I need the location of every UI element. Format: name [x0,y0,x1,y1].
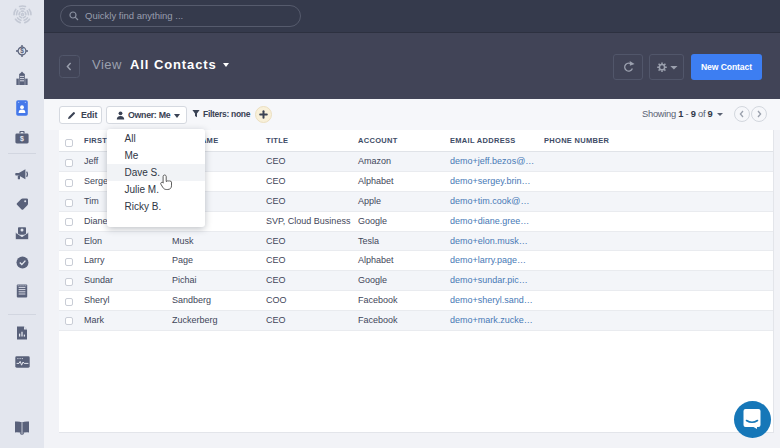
svg-text:$: $ [20,135,24,143]
svg-text:$: $ [20,47,24,55]
